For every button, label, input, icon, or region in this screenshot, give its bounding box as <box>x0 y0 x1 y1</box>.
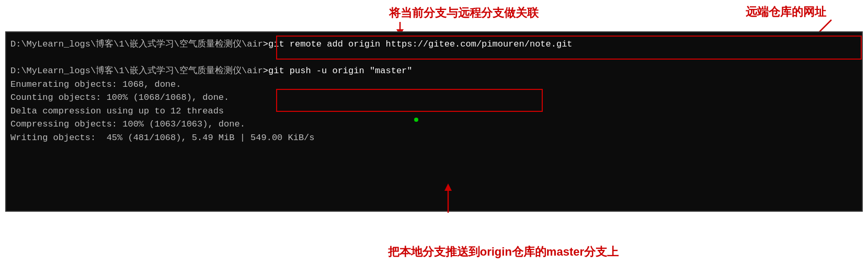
top-right-annotation: 远端仓库的网址 <box>746 4 826 20</box>
prompt-symbol-2: > <box>263 66 268 76</box>
arrow-bottom-up-icon <box>440 182 456 214</box>
svg-marker-5 <box>444 183 452 191</box>
top-center-annotation: 将当前分支与远程分支做关联 <box>389 5 539 21</box>
terminal-window: D:\MyLearn_logs\博客\1\嵌入式学习\空气质量检测仪\air>g… <box>5 31 863 212</box>
command-1: git remote add origin https://gitee.com/… <box>268 39 573 49</box>
green-dot-indicator <box>414 118 418 122</box>
output-line-4: Compressing objects: 100% (1063/1063), d… <box>10 118 858 131</box>
bottom-label: 把本地分支推送到origin仓库的master分支上 <box>388 244 619 260</box>
prompt-path-1: D:\MyLearn_logs\博客\1\嵌入式学习\空气质量检测仪\air <box>10 39 263 49</box>
output-line-5: Writing objects: 45% (481/1068), 5.49 Mi… <box>10 131 858 145</box>
command-2: git push -u origin "master" <box>268 66 412 76</box>
terminal-blank-1 <box>10 51 858 65</box>
prompt-symbol-1: > <box>263 39 268 49</box>
terminal-line-1: D:\MyLearn_logs\博客\1\嵌入式学习\空气质量检测仪\air>g… <box>10 38 858 51</box>
top-right-label: 远端仓库的网址 <box>746 4 826 20</box>
prompt-path-2: D:\MyLearn_logs\博客\1\嵌入式学习\空气质量检测仪\air <box>10 66 263 76</box>
bottom-annotation: 把本地分支推送到origin仓库的master分支上 <box>388 244 619 260</box>
output-line-1: Enumerating objects: 1068, done. <box>10 78 858 91</box>
top-center-label: 将当前分支与远程分支做关联 <box>389 5 539 21</box>
output-line-2: Counting objects: 100% (1068/1068), done… <box>10 91 858 105</box>
terminal-line-2: D:\MyLearn_logs\博客\1\嵌入式学习\空气质量检测仪\air>g… <box>10 64 858 78</box>
output-line-3: Delta compression using up to 12 threads <box>10 105 858 118</box>
